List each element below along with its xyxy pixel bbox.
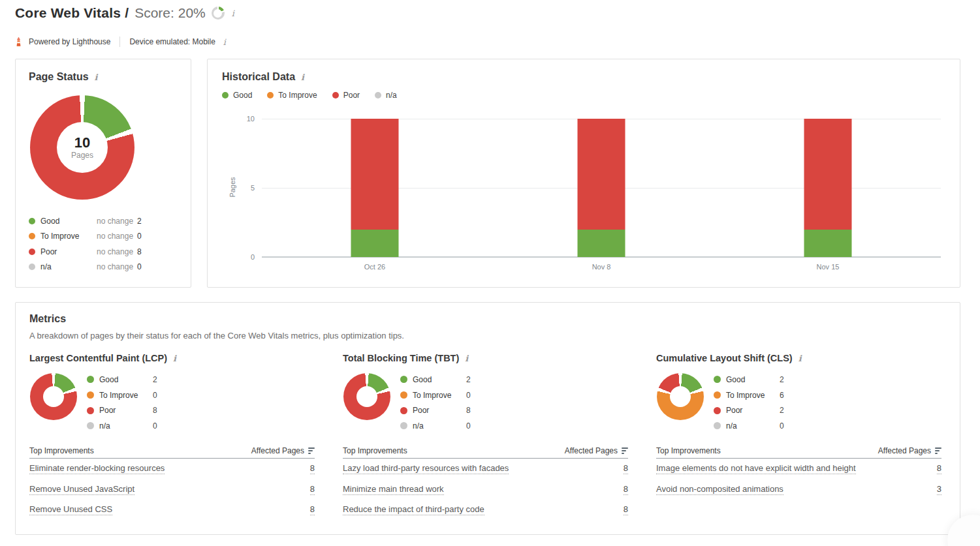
na-dot-icon — [375, 92, 381, 99]
page-status-donut[interactable]: 10 Pages — [30, 95, 134, 200]
to-improve-dot-icon — [267, 92, 274, 99]
table-row: Reduce the impact of third-party code 8 — [343, 500, 628, 521]
good-dot-icon — [400, 376, 407, 383]
y-tick-5: 5 — [235, 184, 255, 192]
legend-row-good: Good 2 — [87, 372, 230, 387]
lcp-info-icon[interactable] — [172, 354, 178, 363]
bar-segment[interactable] — [351, 230, 399, 257]
x-label-oct26: Oct 26 — [336, 263, 414, 271]
metric-col-cls: Cumulative Layout Shift (CLS) Good 2 To … — [656, 303, 941, 536]
bar-segment[interactable] — [351, 119, 399, 230]
affected-pages-sort[interactable]: Affected Pages — [251, 446, 315, 455]
legend-row-na: n/a 0 — [87, 418, 230, 434]
lcp-title: Largest Contentful Paint (LCP) — [29, 353, 178, 363]
legend-row-na: n/a no change 0 — [29, 260, 178, 275]
cls-improvements-table: Top Improvements Affected Pages Image el… — [656, 445, 941, 500]
chart-legend-to-improve[interactable]: To Improve — [267, 91, 317, 100]
score-label: Score: 20% — [134, 5, 206, 21]
metric-col-lcp: Largest Contentful Paint (LCP) Good 2 To… — [29, 303, 315, 536]
affected-pages-link[interactable]: 3 — [937, 484, 941, 495]
affected-pages-link[interactable]: 8 — [624, 504, 628, 515]
bar-plot — [262, 119, 941, 257]
page-header: Core Web Vitals / Score: 20% — [15, 5, 236, 21]
affected-pages-link[interactable]: 8 — [310, 484, 315, 495]
improvement-link[interactable]: Remove Unused JavaScript — [29, 484, 134, 495]
page-status-card: Page Status 10 Pages Good no change 2 To… — [15, 59, 191, 288]
bar-segment[interactable] — [804, 230, 851, 257]
sort-icon — [308, 447, 315, 454]
affected-pages-link[interactable]: 8 — [937, 463, 941, 474]
x-label-nov8: Nov 8 — [562, 263, 640, 271]
divider — [119, 37, 120, 47]
affected-pages-link[interactable]: 8 — [624, 463, 628, 474]
improvement-link[interactable]: Lazy load third-party resources with fac… — [343, 463, 509, 474]
table-row: Eliminate render-blocking resources 8 — [29, 459, 315, 479]
legend-row-poor: Poor no change 8 — [29, 244, 178, 260]
good-dot-icon — [714, 376, 721, 383]
metric-col-tbt: Total Blocking Time (TBT) Good 2 To Impr… — [343, 303, 628, 536]
device-info-icon[interactable] — [222, 38, 227, 46]
improvement-link[interactable]: Remove Unused CSS — [29, 504, 112, 515]
improvement-link[interactable]: Eliminate render-blocking resources — [29, 463, 165, 474]
to-improve-dot-icon — [400, 391, 407, 399]
cls-donut[interactable] — [657, 373, 704, 420]
total-pages-value: 10 — [74, 135, 90, 151]
table-header: Top Improvements Affected Pages — [29, 445, 315, 459]
legend-row-poor: Poor 8 — [87, 402, 230, 418]
legend-row-to-improve: To Improve no change 0 — [29, 229, 178, 245]
lcp-legend: Good 2 To Improve 0 Poor 8 n/a 0 — [87, 372, 230, 434]
improvement-link[interactable]: Avoid non-composited animations — [656, 484, 783, 495]
table-row: Avoid non-composited animations 3 — [656, 479, 941, 500]
poor-dot-icon — [87, 407, 94, 414]
na-dot-icon — [29, 264, 35, 270]
table-row: Remove Unused CSS 8 — [29, 500, 315, 521]
bar-segment[interactable] — [578, 230, 625, 257]
bar-segment[interactable] — [804, 119, 851, 230]
table-row: Remove Unused JavaScript 8 — [29, 479, 315, 500]
na-dot-icon — [714, 422, 721, 429]
y-tick-10: 10 — [235, 115, 255, 123]
lcp-improvements-table: Top Improvements Affected Pages Eliminat… — [29, 445, 315, 521]
improvement-link[interactable]: Minimize main thread work — [343, 484, 444, 495]
tbt-donut[interactable] — [343, 373, 390, 420]
tbt-improvements-table: Top Improvements Affected Pages Lazy loa… — [343, 445, 628, 521]
affected-pages-sort[interactable]: Affected Pages — [565, 446, 628, 455]
cls-title: Cumulative Layout Shift (CLS) — [656, 353, 803, 363]
improvement-link[interactable]: Reduce the impact of third-party code — [343, 504, 484, 515]
affected-pages-link[interactable]: 8 — [624, 484, 628, 495]
legend-row-na: n/a 0 — [400, 418, 544, 434]
affected-pages-sort[interactable]: Affected Pages — [878, 446, 941, 455]
tbt-info-icon[interactable] — [464, 354, 469, 363]
poor-dot-icon — [29, 249, 35, 255]
bar-group[interactable] — [578, 119, 625, 257]
bar-group[interactable] — [351, 119, 399, 257]
legend-row-good: Good 2 — [400, 372, 544, 387]
to-improve-dot-icon — [87, 391, 94, 399]
page-status-info-icon[interactable] — [93, 73, 99, 82]
poor-dot-icon — [332, 92, 339, 99]
to-improve-dot-icon — [29, 233, 35, 239]
na-dot-icon — [87, 422, 94, 429]
chart-legend-good[interactable]: Good — [222, 91, 252, 100]
good-dot-icon — [87, 376, 94, 383]
affected-pages-link[interactable]: 8 — [310, 463, 315, 474]
historical-info-icon[interactable] — [300, 73, 306, 82]
score-info-icon[interactable] — [230, 9, 236, 18]
tbt-title: Total Blocking Time (TBT) — [343, 353, 469, 363]
improvement-link[interactable]: Image elements do not have explicit widt… — [656, 463, 856, 474]
affected-pages-link[interactable]: 8 — [310, 504, 315, 515]
historical-data-card: Historical Data Good To Improve Poor n/a… — [207, 59, 960, 288]
lcp-donut[interactable] — [30, 373, 77, 420]
cls-info-icon[interactable] — [797, 354, 803, 363]
bar-segment[interactable] — [578, 119, 625, 230]
bar-group[interactable] — [804, 119, 851, 257]
sort-icon — [935, 447, 941, 454]
good-dot-icon — [29, 218, 35, 224]
chart-legend-poor[interactable]: Poor — [332, 91, 360, 100]
metrics-card: Metrics A breakdown of pages by their st… — [15, 302, 960, 535]
legend-row-na: n/a 0 — [714, 418, 857, 434]
cls-legend: Good 2 To Improve 6 Poor 2 n/a 0 — [714, 372, 857, 434]
historical-title: Historical Data — [222, 71, 306, 83]
chart-legend-na[interactable]: n/a — [375, 91, 397, 100]
legend-row-to-improve: To Improve 0 — [87, 387, 230, 403]
